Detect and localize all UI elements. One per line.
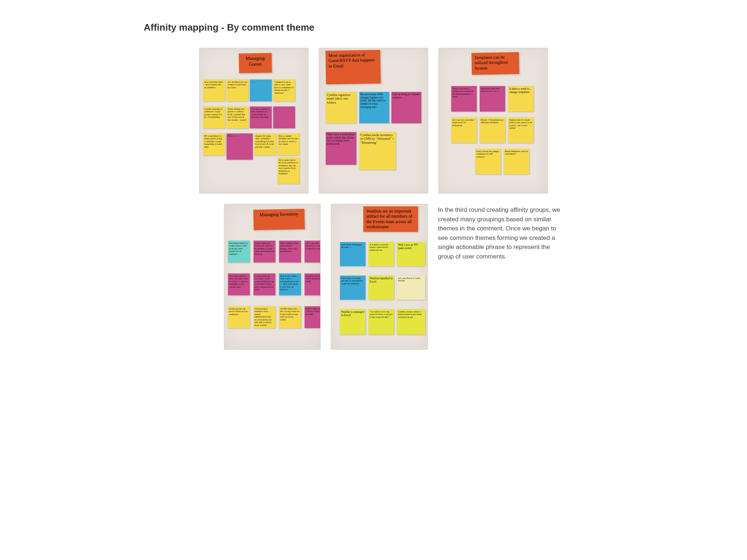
note: ACs can offer inventory or passes to spe… — [305, 241, 321, 262]
note: Angela M. main duty: planning + scheduli… — [254, 133, 276, 155]
note: Cynthia manages 3 audiences. Legal group… — [203, 106, 225, 128]
note: Can we bring in Outlook contacts — [391, 92, 421, 123]
board-email-org: Most organization of Guest/RSVP data hap… — [319, 48, 428, 194]
note: Not being able to show the team what tix… — [228, 273, 250, 295]
note: PP: sometimes too many guests going to m… — [203, 133, 225, 155]
board4-header: Managing Inventory — [253, 209, 305, 230]
affinity-gallery: Managing Guests ACs can bulk select / mo… — [144, 48, 603, 350]
note: Need to be able to change text content i… — [451, 86, 477, 112]
note: ACs —— — [227, 133, 253, 160]
note: ACs can not customize email body for inv… — [451, 117, 477, 143]
note: What: build profile that includes seatin… — [279, 241, 301, 262]
note: Has to update deadline thru Events in or… — [278, 133, 299, 155]
note: Cynthia tracks inventory in GMS by "Allo… — [359, 132, 396, 170]
note: Hotels + Ticketing have different deadli… — [480, 117, 505, 143]
note: Invitations that auto-send are not 1-to-… — [480, 86, 505, 112]
note: AC decides if tix are comp'd or purchase… — [227, 79, 248, 101]
note: AS: uses Excel to track RSVPs — [397, 276, 425, 300]
board-waitlists: Waitlists are an important artifact for … — [331, 204, 427, 350]
note: —— — [273, 106, 295, 128]
note: Email templates can't be customized — [504, 149, 529, 174]
note: Waitlists handled in Excel — [368, 276, 394, 300]
note: Every Event has unique templates for dif… — [475, 149, 501, 174]
note: When adding new guests to address book, … — [227, 106, 248, 128]
note: Wait Lists as PP? (pain point) — [397, 242, 425, 266]
note: It takes a week to change templates — [508, 86, 534, 112]
note: "Address book is easy to use, I just hav… — [273, 79, 295, 101]
page-title: Affinity mapping - By comment theme — [144, 22, 603, 33]
note: AS/PP: Enter info into wrong event b/c f… — [279, 306, 301, 328]
note: Overall ticket numbers don't match (Skil… — [253, 306, 275, 328]
note: Components are four parts of the event p… — [253, 273, 275, 295]
note: A waitlist is needed when a guest needs … — [368, 242, 394, 266]
note: Purchased tickets or comp tickets come f… — [228, 241, 250, 262]
note: Transfers from GMS usually all in GMS — [305, 273, 321, 295]
note: Cynthia always refers to hand-written no… — [397, 309, 425, 335]
board-managing-guests: Managing Guests ACs can bulk select / mo… — [199, 48, 309, 194]
gallery-caption: In the third round creating affinity gro… — [438, 204, 567, 261]
note: Pain Point: email only way to communicat… — [279, 273, 301, 295]
note: —— — [250, 79, 272, 101]
board3-header: Templates can be utilized throughout Sys… — [471, 52, 519, 75]
note: Want: have a notification in the system … — [326, 132, 356, 165]
board2-header: Most organization of Guest/RSVP data hap… — [325, 50, 381, 85]
board-managing-inventory: Managing Inventory Purchased tickets or … — [224, 204, 321, 350]
board5-header: Waitlists are an important artifact for … — [363, 206, 418, 232]
note: "I would love for my notes in Excel to b… — [368, 309, 394, 335]
note: Waitlist is managed in Excel — [340, 309, 365, 335]
note: Subject-line for email invite is the sam… — [508, 117, 534, 143]
note: Pain Point: Growing amount of old/finish… — [340, 276, 365, 300]
note: ACs move guests to diff. Audience as a w… — [250, 106, 272, 128]
note: Events group can move tickets across aud… — [228, 306, 250, 328]
note: Pain Point: Managing through — — [340, 242, 365, 266]
note: ACs can bulk select / move guests into a… — [203, 79, 225, 101]
note: Only a small portion of hotel tickets ar… — [305, 306, 321, 328]
note: Because many GMS changes happen over ema… — [359, 92, 389, 123]
note: ACs cannot move tix from Audience to Aud… — [278, 158, 299, 184]
note: When additional tickets are added to an … — [253, 241, 275, 262]
board1-header: Managing Guests — [239, 53, 272, 73]
board-templates: Templates can be utilized throughout Sys… — [438, 48, 548, 194]
note: Cynthia organizes email inbox into folde… — [326, 92, 356, 123]
